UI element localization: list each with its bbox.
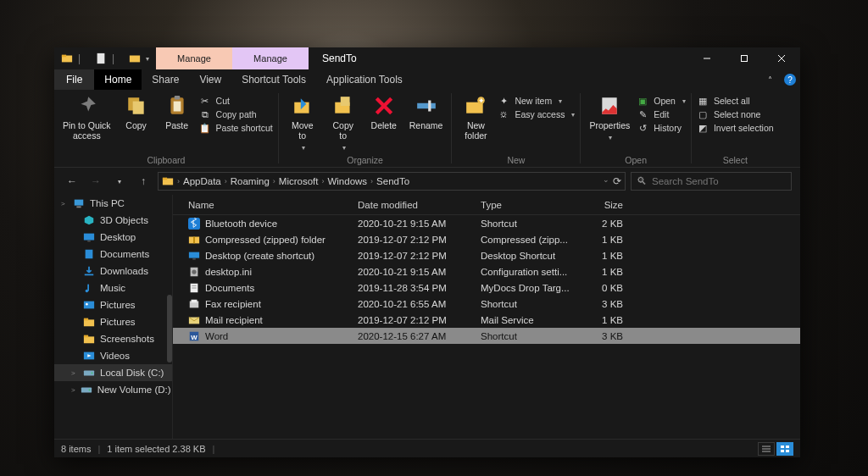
nav-item[interactable]: Music [54,280,172,296]
group-label-open: Open [586,153,686,165]
nav-item[interactable]: 3D Objects [54,212,172,229]
rename-button[interactable]: Rename [406,93,447,132]
easy-access-button[interactable]: ⛭Easy access [498,108,575,120]
new-item-button[interactable]: ✦New item [498,95,575,107]
file-list[interactable]: Bluetooth device2020-10-21 9:15 AMShortc… [173,215,800,439]
nav-item[interactable]: Pictures [54,296,172,313]
close-button[interactable] [763,47,800,69]
maximize-button[interactable] [726,47,763,69]
file-name: Bluetooth device [205,219,277,229]
paste-shortcut-button[interactable]: 📋Paste shortcut [199,122,273,134]
delete-button[interactable]: Delete [365,93,403,132]
refresh-button[interactable]: ⟳ [613,175,621,187]
view-large-button[interactable] [776,442,793,456]
crumb-appdata[interactable]: AppData› [183,176,227,186]
ribbon-tabs: File Home Share View Shortcut Tools Appl… [54,69,800,90]
documents-icon [188,282,200,294]
copy-button[interactable]: Copy [118,93,155,132]
properties-icon [598,95,620,117]
svg-rect-34 [84,302,94,309]
nav-item[interactable]: >New Volume (D:) [54,381,172,398]
open-button[interactable]: ▣Open [637,95,686,107]
nav-item[interactable]: Videos [54,347,172,364]
view-details-button[interactable] [758,442,775,456]
nav-item[interactable]: >Local Disk (C:) [54,364,172,381]
file-row[interactable]: desktop.ini2020-10-21 9:15 AMConfigurati… [173,263,800,280]
copy-path-button[interactable]: ⧉Copy path [199,108,273,120]
up-button[interactable]: ↑ [134,172,153,191]
tab-view[interactable]: View [189,69,231,90]
nav-item[interactable]: Documents [54,246,172,263]
crumb-sep[interactable]: › [177,177,180,185]
column-name[interactable]: Name [173,200,358,210]
file-row[interactable]: Fax recipient2020-10-21 6:55 AMShortcut3… [173,296,800,312]
tab-home[interactable]: Home [94,69,142,90]
column-size[interactable]: Size [574,200,635,210]
select-none-button[interactable]: ▢Select none [697,108,774,120]
nav-item-label: Local Disk (C:) [100,368,164,378]
crumb-windows[interactable]: Windows› [327,176,373,186]
crumb-sendto[interactable]: SendTo [376,176,409,186]
cut-button[interactable]: ✂Cut [199,95,273,107]
copy-to-button[interactable]: Copy to [325,93,362,153]
qat-dropdown-icon[interactable]: ▾ [146,55,149,63]
qat-sep-icon: | [78,53,90,64]
nav-item[interactable]: Pictures [54,313,172,330]
file-row[interactable]: WWord2020-12-15 6:27 AMShortcut3 KB [173,328,800,344]
select-none-icon: ▢ [697,108,709,120]
file-tab[interactable]: File [54,69,94,90]
select-all-button[interactable]: ▦Select all [697,95,774,107]
search-input[interactable] [652,176,786,186]
column-headers[interactable]: Name Date modified Type Size [173,195,800,215]
invert-selection-button[interactable]: ◩Invert selection [697,122,774,134]
file-date: 2019-11-28 3:54 PM [358,283,481,293]
minimize-button[interactable] [688,47,726,69]
forward-button[interactable]: → [86,172,105,191]
crumb-roaming[interactable]: Roaming› [231,176,275,186]
breadcrumb-bar[interactable]: › AppData› Roaming› Microsoft› Windows› … [158,172,626,191]
file-name: Documents [205,283,254,293]
column-type[interactable]: Type [481,200,574,210]
nav-item[interactable]: Desktop [54,229,172,246]
svg-point-35 [86,303,88,306]
properties-button[interactable]: Properties [586,93,633,143]
music-icon [83,282,95,294]
recent-dropdown[interactable]: ▾ [110,172,129,191]
nav-item-label: This PC [90,198,125,208]
new-folder-button[interactable]: ✦ New folder [457,93,494,142]
navigation-pane[interactable]: >This PC3D ObjectsDesktopDocumentsDownlo… [54,195,173,439]
nav-item[interactable]: Downloads [54,263,172,280]
search-box[interactable]: 🔍︎ [631,172,792,191]
tab-share[interactable]: Share [142,69,189,90]
tab-shortcut-tools[interactable]: Shortcut Tools [231,69,316,90]
svg-rect-66 [786,450,789,452]
edit-button[interactable]: ✎Edit [637,108,686,120]
svg-rect-63 [781,446,784,448]
context-tab-application[interactable]: Manage [232,47,309,69]
svg-rect-3 [130,56,140,63]
file-name: Word [205,331,228,341]
file-row[interactable]: Documents2019-11-28 3:54 PMMyDocs Drop T… [173,280,800,296]
nav-item[interactable]: Screenshots [54,330,172,347]
context-tab-shortcut[interactable]: Manage [156,47,232,69]
paste-button[interactable]: Paste [159,93,196,132]
tab-application-tools[interactable]: Application Tools [316,69,413,90]
file-row[interactable]: Desktop (create shortcut)2019-12-07 2:12… [173,247,800,263]
file-row[interactable]: Mail recipient2019-12-07 2:12 PMMail Ser… [173,312,800,328]
column-date[interactable]: Date modified [358,200,481,210]
pin-to-quick-access-button[interactable]: Pin to Quick access [59,93,114,142]
file-row[interactable]: Bluetooth device2020-10-21 9:15 AMShortc… [173,215,800,231]
breadcrumb-dropdown[interactable]: ⌄ [603,175,609,187]
nav-item[interactable]: >This PC [54,195,172,212]
file-row[interactable]: Compressed (zipped) folder2019-12-07 2:1… [173,231,800,247]
svg-rect-15 [340,97,349,106]
history-icon: ↺ [637,122,648,134]
svg-rect-47 [193,236,195,243]
collapse-ribbon-button[interactable]: ˄ [760,69,780,90]
help-button[interactable]: ? [780,69,800,90]
move-to-button[interactable]: Move to [284,93,321,153]
crumb-microsoft[interactable]: Microsoft› [279,176,325,186]
back-button[interactable]: ← [63,172,81,191]
folder-icon [61,53,73,64]
history-button[interactable]: ↺History [637,122,686,134]
